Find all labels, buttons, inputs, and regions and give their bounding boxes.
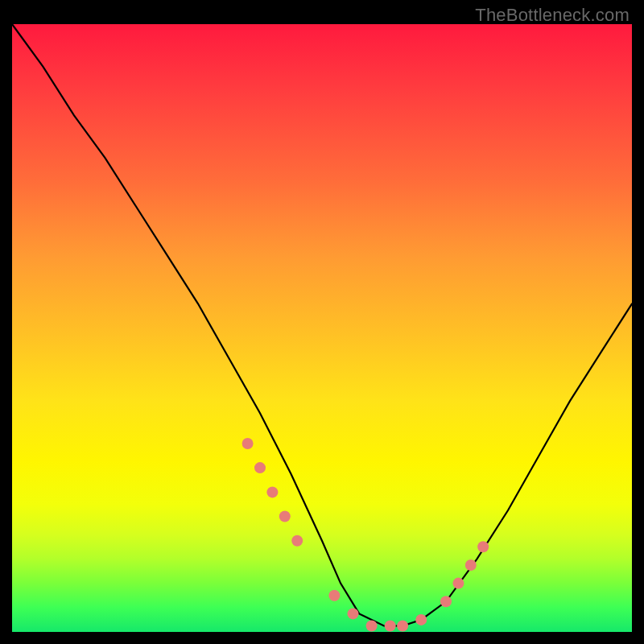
highlight-dot: [242, 438, 254, 449]
plot-area: [12, 24, 632, 632]
highlight-dot: [440, 596, 452, 607]
highlight-dot: [291, 535, 303, 547]
highlight-dot: [366, 621, 378, 632]
chart-svg: [12, 24, 632, 632]
bottleneck-curve: [12, 24, 632, 626]
highlight-dot: [279, 511, 291, 522]
highlight-dot: [465, 559, 477, 571]
highlight-dot: [266, 486, 278, 497]
highlight-dot: [477, 541, 489, 552]
highlight-dot: [328, 590, 340, 601]
highlight-dot: [254, 462, 266, 473]
highlight-dots: [242, 438, 489, 632]
highlight-dot: [385, 621, 396, 632]
watermark-text: TheBottleneck.com: [475, 5, 630, 26]
highlight-dot: [415, 614, 427, 625]
highlight-dot: [397, 621, 408, 632]
highlight-dot: [452, 578, 464, 589]
highlight-dot: [348, 608, 359, 619]
